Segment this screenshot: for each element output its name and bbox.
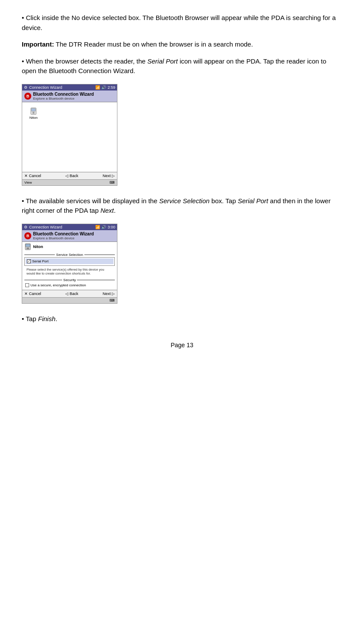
pda-device-svg [29, 107, 38, 115]
paragraph-1: • Click inside the No device selected bo… [22, 13, 342, 33]
pda-service-section: Service Selection Serial Port Please sel… [22, 253, 117, 277]
pda-header-2: B Bluetooth Connection Wizard Explore a … [22, 230, 117, 242]
pda-niton-device-icon [24, 243, 31, 250]
pda-service-label: Service Selection [55, 253, 84, 257]
pda-header-text-block-2: Bluetooth Connection Wizard Explore a Bl… [33, 231, 94, 240]
svg-rect-1 [31, 108, 35, 111]
pda-security-divider: Security [24, 278, 115, 282]
pda-header-title-1: Bluetooth Connection Wizard [33, 92, 94, 97]
pda-screenshot-2: ⚙ Connection Wizard 📶 🔊 3:00 B Bluetooth… [22, 224, 117, 304]
pda-header-text-block-1: Bluetooth Connection Wizard Explore a Bl… [33, 92, 94, 101]
pda-service-desc: Please select the service(s) offered by … [24, 267, 115, 277]
para5-start: • Tap [22, 315, 38, 322]
pda-speaker-icon-2: 🔊 [101, 225, 106, 229]
svg-rect-7 [27, 248, 29, 249]
para4-mid: box. Tap [210, 197, 238, 205]
svg-rect-5 [26, 244, 30, 247]
pda-serial-port-item[interactable]: Serial Port [26, 258, 114, 264]
paragraph-5: • Tap Finish. [22, 314, 342, 324]
para4-period: . [114, 207, 116, 214]
pda-cancel-btn-1[interactable]: ✕ Cancel [24, 174, 41, 178]
pda-back-btn-1[interactable]: ◁ Back [65, 174, 78, 178]
pda-footer-2: ✕ Cancel ◁ Back Next ▷ [22, 290, 117, 297]
pda-security-text: Use a secure, encrypted connection [30, 283, 86, 287]
para3-italic1: Serial Port [147, 57, 178, 65]
pda-bt-icon-1: B [24, 93, 31, 100]
pda-signal-icon-2: 📶 [95, 225, 100, 229]
pda-titlebar-icons-1: 📶 🔊 2:59 [95, 85, 115, 90]
pda-header-1: B Bluetooth Connection Wizard Explore a … [22, 91, 117, 102]
page-number: Page 13 [22, 342, 342, 349]
para4-italic3: Next [100, 207, 114, 214]
pda-security-section: Security Use a secure, encrypted connect… [22, 278, 117, 288]
svg-rect-3 [33, 113, 35, 114]
pda-speaker-icon: 🔊 [101, 85, 106, 90]
important-label: Important: [22, 40, 54, 48]
pda-serial-port-checkbox[interactable] [27, 259, 31, 263]
pda-bottom-bar-1: View ⌨ [22, 179, 117, 185]
pda-body-1: Niton [22, 102, 117, 172]
pda-niton-label: Niton [33, 245, 43, 249]
pda-title-text-1: Connection Wizard [29, 85, 62, 90]
pda-bottom-bar-2: ⌨ [22, 297, 117, 303]
pda-title-icon-2: ⚙ [24, 225, 27, 229]
pda-keyboard-icon-2: ⌨ [110, 298, 115, 302]
pda-security-checkbox[interactable] [25, 283, 29, 287]
pda-next-btn-1[interactable]: Next ▷ [103, 174, 115, 178]
pda-security-checkbox-row: Use a secure, encrypted connection [24, 282, 115, 288]
svg-rect-2 [33, 112, 35, 113]
pda-titlebar-2: ⚙ Connection Wizard 📶 🔊 3:00 [22, 224, 117, 230]
paragraph-4: • The available services will be display… [22, 196, 342, 216]
para5-italic: Finish [38, 315, 56, 322]
pda-serial-port-label: Serial Port [32, 259, 48, 263]
pda-titlebar-1: ⚙ Connection Wizard 📶 🔊 2:59 [22, 84, 117, 91]
pda-next-btn-2[interactable]: Next ▷ [103, 292, 115, 296]
pda-security-label: Security [62, 278, 77, 282]
para4-italic2: Serial Port [238, 197, 268, 205]
pda-footer-1: ✕ Cancel ◁ Back Next ▷ [22, 172, 117, 179]
pda-title-text-2: Connection Wizard [29, 225, 62, 229]
pda-header-subtitle-1: Explore a Bluetooth device [33, 97, 94, 101]
para4-start: • The available services will be display… [22, 197, 159, 205]
svg-rect-6 [27, 248, 29, 248]
pda-bt-icon-2: B [24, 232, 31, 239]
pda-titlebar-left-2: ⚙ Connection Wizard [24, 225, 62, 229]
pda-time-2: 3:00 [107, 225, 115, 229]
pda-service-divider: Service Selection [24, 253, 115, 257]
pda-back-btn-2[interactable]: ◁ Back [65, 292, 78, 296]
pda-service-list: Serial Port [24, 257, 115, 266]
pda-screenshot-1: ⚙ Connection Wizard 📶 🔊 2:59 B Bluetooth… [22, 84, 117, 186]
para4-italic1: Service Selection [159, 197, 210, 205]
para5-period: . [56, 315, 57, 322]
paragraph-2: Important: The DTR Reader must be on whe… [22, 40, 342, 50]
pda-view-btn-1[interactable]: View [24, 181, 32, 184]
pda-niton-row: Niton [22, 242, 117, 251]
para1-text: • Click inside the No device selected bo… [22, 14, 336, 31]
pda-device-icon-1: Niton [27, 107, 40, 120]
pda-device-label-1: Niton [30, 116, 38, 120]
para2-rest: The DTR Reader must be on when the brows… [54, 40, 253, 48]
pda-time-1: 2:59 [107, 85, 115, 90]
pda-titlebar-left-1: ⚙ Connection Wizard [24, 85, 62, 90]
paragraph-3: • When the browser detects the reader, t… [22, 57, 342, 76]
para3-start: • When the browser detects the reader, t… [22, 57, 147, 65]
pda-header-title-2: Bluetooth Connection Wizard [33, 231, 94, 236]
pda-titlebar-icons-2: 📶 🔊 3:00 [95, 225, 115, 229]
pda-cancel-btn-2[interactable]: ✕ Cancel [24, 292, 41, 296]
pda-title-icon: ⚙ [24, 85, 27, 90]
pda-signal-icon: 📶 [95, 85, 100, 90]
pda-keyboard-icon: ⌨ [110, 181, 115, 184]
pda-header-subtitle-2: Explore a Bluetooth device [33, 236, 94, 240]
